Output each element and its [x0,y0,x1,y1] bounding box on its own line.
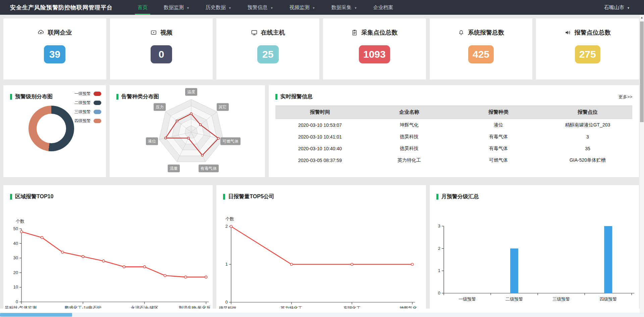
svg-text:0: 0 [225,300,228,305]
table-cell: 有毒气体 [454,134,543,140]
bell-icon [458,29,465,36]
radar-axis-label: 有毒气体 [199,165,219,172]
svg-text:荆洪生物-氧化反: 荆洪生物-氧化反 [179,305,211,309]
horizontal-scrollbar[interactable] [0,313,644,317]
table-header-row: 报警时间企业名称报警种类报警点位 [275,105,632,119]
chevron-down-icon: ▼ [627,6,630,10]
table-cell: 可燃气体 [454,157,543,163]
stat-card-label: 在线主机 [261,29,285,37]
svg-text:20: 20 [13,270,18,275]
stat-card-head: 视频 [110,29,213,37]
horizontal-scrollbar-thumb[interactable] [0,313,72,317]
table-row: 2020-03-10 10:40:40德昊科技有毒气体35 [275,143,632,154]
daily-top5-chart-svg: 012个数德昊科技英力特化工东明化工坤辉气化 [216,185,426,309]
legend-item-2[interactable]: 二级预警 [74,100,101,106]
nav-item-label: 历史数据 [206,4,226,10]
svg-text:3: 3 [438,223,440,228]
panel-title: 实时报警信息 [269,85,639,100]
stat-card-videos: 视频0 [110,18,213,80]
nav-item-label: 企业档案 [373,4,393,10]
vertical-scrollbar[interactable]: ▲ [640,15,644,313]
table-header-cell: 报警点位 [543,109,632,115]
legend-item-4[interactable]: 四级预警 [74,118,101,124]
radar-axis-label: 流量 [168,165,180,172]
svg-text:2: 2 [225,224,228,229]
speaker-icon [565,29,571,36]
table-cell: 德昊科技 [365,134,454,140]
table-cell: 3 [543,134,632,140]
svg-text:德昊科技: 德昊科技 [219,306,236,309]
radar-axis-label: 其它 [217,103,229,111]
svg-text:东明化工: 东明化工 [343,306,361,309]
region-selector[interactable]: 石嘴山市▼ [604,4,630,11]
realtime-alarm-table: 报警时间企业名称报警种类报警点位 2020-03-10 10:53:07坤辉气化… [275,105,632,166]
table-cell: GIA-520单体贮槽 [543,157,632,163]
stat-card-value: 425 [468,45,494,63]
panel-title-text: 实时报警信息 [280,93,313,100]
legend-swatch [94,110,101,114]
app-title: 安全生产风险预警防控物联网管理平台 [10,4,113,11]
svg-text:0: 0 [16,299,18,304]
svg-text:三级预警: 三级预警 [552,297,570,302]
chevron-down-icon: ▼ [270,6,273,10]
nav-item-label: 数据监测 [164,4,184,10]
svg-text:10: 10 [13,284,18,289]
svg-text:昊科技-气体监测: 昊科技-气体监测 [5,305,37,309]
nav-item-history-data[interactable]: 历史数据▼ [198,0,239,15]
region-label: 石嘴山市 [604,4,624,10]
table-header-cell: 报警时间 [275,109,365,115]
svg-text:鹏盛化工-1#电石炉: 鹏盛化工-1#电石炉 [65,305,102,309]
legend-item-3[interactable]: 三级预警 [74,109,101,115]
vertical-scrollbar-thumb[interactable] [640,21,644,122]
top-navbar: 安全生产风险预警防控物联网管理平台 首页数据监测▼历史数据▼预警信息▼视频监测▼… [0,0,644,15]
table-header-cell: 报警种类 [454,109,543,115]
legend-label: 三级预警 [74,109,91,115]
chevron-down-icon: ▼ [186,6,190,10]
bottom-spacer [0,309,644,313]
table-row: 2020-03-10 10:41:01德昊科技有毒气体3 [275,131,632,143]
legend-label: 四级预警 [74,118,91,124]
svg-text:50: 50 [13,226,18,231]
svg-text:永润石油-罐区: 永润石油-罐区 [131,305,158,309]
legend-swatch [94,101,101,105]
svg-text:二级预警: 二级预警 [505,297,523,302]
table-cell: 精醇南罐液位GT_203 [543,122,632,128]
region-top10-chart-svg: 01020304050个数昊科技-气体监测鹏盛化工-1#电石炉永润石油-罐区荆洪… [3,185,213,309]
donut-hole [37,114,66,143]
nav-item-data-collect[interactable]: 数据采集▼ [323,0,365,15]
nav-menu: 首页数据监测▼历史数据▼预警信息▼视频监测▼数据采集▼企业档案 [129,0,401,15]
nav-item-video-monitor[interactable]: 视频监测▼ [281,0,323,15]
legend-item-1[interactable]: 一级预警 [74,91,101,97]
stat-cards-row: 联网企业39视频0在线主机25采集点位总数1093系统报警总数425报警点位总数… [3,18,639,80]
table-cell: 液位 [454,122,543,128]
legend-swatch [94,119,101,123]
chevron-down-icon: ▼ [312,6,315,10]
stat-card-head: 在线主机 [216,29,319,37]
legend-label: 二级预警 [74,100,91,106]
panel-realtime-alarms: 实时报警信息 更多>> 报警时间企业名称报警种类报警点位 2020-03-10 … [269,85,639,177]
bottom-row: 区域报警TOP10 01020304050个数昊科技-气体监测鹏盛化工-1#电石… [3,185,639,309]
nav-item-label: 数据采集 [331,4,352,10]
svg-text:个数: 个数 [16,219,24,224]
donut-chart [29,106,74,151]
scroll-up-arrow-icon[interactable]: ▲ [640,15,644,21]
table-cell: 2020-03-10 10:41:01 [275,134,365,140]
stat-card-head: 报警点位总数 [536,29,639,37]
chevron-down-icon: ▼ [354,6,357,10]
table-body: 2020-03-10 10:53:07坤辉气化液位精醇南罐液位GT_203202… [275,119,632,166]
stat-card-value: 275 [575,45,600,63]
stat-card-label: 采集点位总数 [361,29,397,37]
monthly-summary-chart-svg: 0123一级预警二级预警三级预警四级预警 [430,185,639,309]
green-bar-icon [10,94,12,100]
radar-axis-label: 可燃气体 [220,137,240,145]
stat-card-label: 系统报警总数 [468,29,504,37]
nav-item-label: 首页 [138,4,148,10]
stat-card-head: 系统报警总数 [430,29,533,37]
stat-card-value: 25 [257,45,279,63]
radar-axis-label: 温度 [185,88,197,96]
nav-item-enterprise-archive[interactable]: 企业档案 [365,0,401,15]
nav-item-home[interactable]: 首页 [129,0,156,15]
more-link[interactable]: 更多>> [619,94,632,100]
nav-item-warning-info[interactable]: 预警信息▼ [239,0,281,15]
nav-item-data-monitor[interactable]: 数据监测▼ [156,0,198,15]
